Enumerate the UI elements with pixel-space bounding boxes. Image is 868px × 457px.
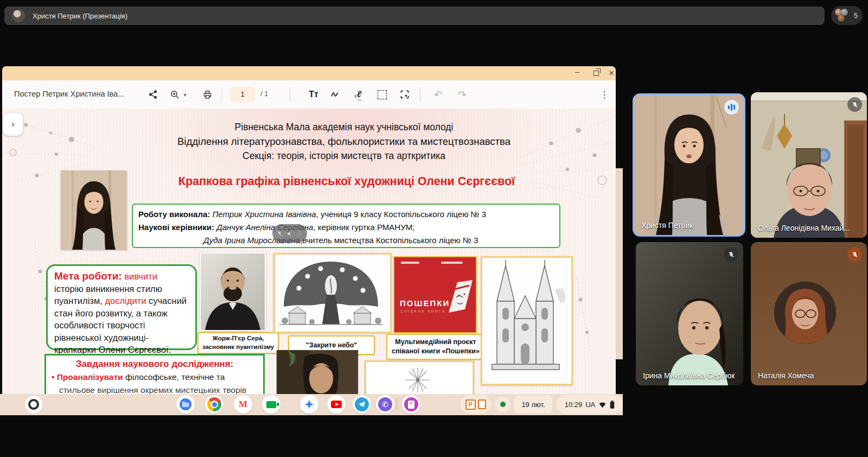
zoom-icon[interactable] [168, 88, 181, 101]
presentation-title: Христя Петрик (Презентація) [33, 12, 127, 20]
select-tool-icon[interactable] [375, 88, 388, 101]
shelf: M ✆ P 19 лют. 10:29 UA [0, 394, 623, 415]
seurat-photo [200, 252, 266, 331]
camera-in-use-indicator[interactable] [495, 397, 510, 412]
status-tray[interactable]: 10:29 UA [557, 395, 623, 414]
undo-icon[interactable]: ↶ [432, 88, 445, 101]
seurat-caption: Жорж-П'єр Сера́,засновник пуантилізму [197, 332, 279, 354]
book-subtitle: СПІВАНА КНИГА [400, 309, 446, 313]
participant-tile-iryna[interactable]: Ірина Миколаївна Сергіюк [636, 242, 743, 385]
gemini-app-icon[interactable] [300, 395, 318, 414]
youtube-app-icon[interactable] [327, 395, 346, 414]
gmail-app-icon[interactable]: M [234, 395, 252, 414]
church-artwork [481, 256, 573, 385]
document-filename: Постер Петрик Христина Іва... [14, 90, 124, 98]
wifi-icon [598, 401, 607, 408]
poster-org-line2: Відділення літературознавства, фольклори… [84, 136, 604, 148]
muted-mic-icon [847, 97, 862, 112]
meet-screen: Христя Петрик (Презентація) 5 – × Постер… [0, 0, 868, 457]
poster-goal-box: Мета роботи: вивчити історію виникнення … [46, 264, 197, 350]
speaking-indicator [724, 100, 739, 115]
poster-tasks-box: Завдання наукового дослідження: • Проана… [44, 354, 265, 394]
desktop-wallpaper-strip [616, 168, 623, 359]
open-pdf-app-indicator[interactable]: P [461, 395, 491, 414]
participant-tile-natalia[interactable]: Наталія Хомеча [751, 242, 867, 385]
pdf-viewer-window: – × Постер Петрик Христина Іва... ▾ [2, 66, 616, 394]
book-caption: Мультимедійний проєктспіваної книги «Пош… [386, 334, 485, 360]
zoom-caret-icon[interactable]: ▾ [182, 88, 188, 101]
participants-count: 5 [854, 11, 858, 20]
presenter-photo [61, 170, 127, 250]
participant-name: Христя Петрик [641, 221, 693, 230]
floating-controls[interactable]: ⋮ [272, 224, 307, 243]
telegram-app-icon[interactable] [353, 395, 371, 414]
share-icon[interactable] [146, 88, 159, 101]
participants-pill[interactable]: 5 [831, 6, 863, 25]
sidebar-toggle-button[interactable]: › [3, 113, 23, 136]
page-total-label: / 1 [260, 90, 268, 98]
battery-icon [610, 401, 615, 409]
restore-button[interactable] [593, 71, 599, 76]
document-canvas: › Рівненська Мала академія наук учнівськ… [2, 109, 616, 394]
book-cover: ПОШЕПКИ СПІВАНА КНИГА [393, 256, 477, 333]
participant-tile-khrystia[interactable]: Христя Петрик [633, 93, 745, 237]
keyboard-layout: UA [585, 401, 595, 409]
text-tool-icon[interactable]: Тт [307, 88, 320, 101]
more-menu-icon[interactable]: ⋮ [598, 88, 611, 101]
participant-name: Ірина Миколаївна Сергіюк [643, 371, 735, 380]
participant-tile-olha[interactable]: Ольга Леонідівна Михай... [751, 92, 867, 238]
clock: 10:29 [565, 401, 583, 409]
muted-mic-icon [724, 247, 738, 262]
viber-app-icon[interactable]: ✆ [376, 395, 394, 414]
signature-tool-icon[interactable]: xℓ [352, 88, 365, 101]
scan-tool-icon[interactable] [398, 88, 411, 101]
page-number-input[interactable]: 1 [230, 87, 255, 102]
participant-name: Ольга Леонідівна Михай... [758, 224, 850, 232]
launcher-button[interactable] [25, 396, 42, 413]
draw-tool-icon[interactable] [329, 88, 342, 101]
meet-app-icon[interactable] [262, 395, 280, 414]
redo-icon[interactable]: ↷ [456, 88, 469, 101]
presenter-avatar [12, 9, 25, 22]
poster-org-line3: Секція: теорія, історія мистецтв та артк… [84, 150, 604, 162]
participant-name: Наталія Хомеча [758, 371, 814, 380]
poster-title: Крапкова графіка рівненської художниці О… [105, 175, 588, 188]
gallery-app-icon[interactable] [402, 395, 420, 414]
files-app-icon[interactable] [176, 395, 195, 414]
book-face-sketch [441, 279, 474, 328]
print-icon[interactable] [201, 88, 214, 101]
tree-artwork [273, 253, 392, 333]
close-button[interactable]: × [609, 68, 614, 78]
poster-org-line1: Рівненська Мала академія наук учнівської… [84, 122, 604, 133]
window-titlebar[interactable]: – × [2, 66, 616, 80]
viewer-toolbar: Постер Петрик Христина Іва... ▾ 1 / 1 [2, 80, 616, 109]
minimize-button[interactable]: – [575, 67, 579, 77]
muted-mic-icon [847, 247, 862, 262]
poster-credits-box: Роботу виконала: Петрик Христина Іванівн… [132, 204, 560, 248]
chrome-app-icon[interactable] [205, 395, 224, 414]
presentation-pill[interactable]: Христя Петрик (Презентація) [4, 7, 825, 25]
calendar-pill[interactable]: 19 лют. [514, 396, 552, 413]
participant-avatars-cluster [835, 9, 849, 22]
star-artwork [365, 360, 474, 394]
shelf-separator [397, 398, 397, 410]
artist-photo [277, 350, 358, 394]
